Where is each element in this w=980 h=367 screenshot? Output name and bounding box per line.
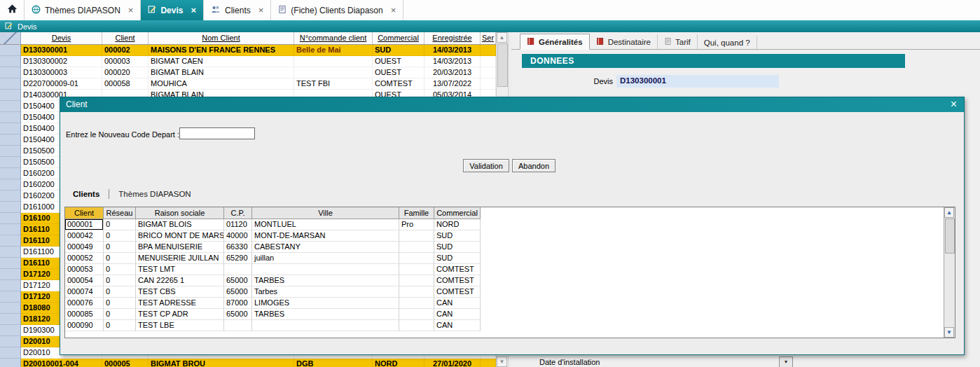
cell: 000002 bbox=[102, 45, 149, 56]
tab-devis[interactable]: Devis × bbox=[141, 0, 204, 20]
cell: COMTEST bbox=[434, 264, 481, 275]
tab-bar: Thèmes DIAPASON × Devis × Clients × (Fic… bbox=[0, 0, 980, 21]
column-header-commercial[interactable]: Commercial bbox=[373, 32, 425, 44]
cell: 000003 bbox=[102, 56, 149, 67]
cell: TARBES bbox=[252, 309, 399, 320]
cell: 0 bbox=[104, 286, 136, 298]
scrollbar-thumb[interactable] bbox=[945, 219, 955, 254]
tab-themes-diapason[interactable]: Thèmes DIAPASON × bbox=[25, 0, 141, 20]
cell bbox=[0, 78, 21, 90]
cell: D20010001-004 bbox=[21, 359, 102, 367]
scrollbar-thumb[interactable] bbox=[497, 43, 508, 87]
tab-generalites[interactable]: Généralités bbox=[520, 34, 590, 50]
cell: Belle de Mai bbox=[294, 45, 373, 56]
cell: MOUHICA bbox=[149, 78, 294, 90]
row-selector-header[interactable] bbox=[0, 32, 21, 44]
close-icon[interactable]: × bbox=[128, 6, 134, 15]
cell: 65000 bbox=[224, 309, 252, 320]
chevron-down-icon: ▼ bbox=[784, 359, 789, 364]
document-icon bbox=[664, 37, 672, 47]
cell bbox=[252, 320, 399, 331]
cell: D220700009-01 bbox=[21, 78, 102, 90]
cell bbox=[0, 202, 21, 213]
cell: D130300001 bbox=[21, 45, 102, 56]
close-icon[interactable]: × bbox=[258, 6, 264, 15]
column-header-cp[interactable]: C.P. bbox=[224, 207, 252, 219]
client-row[interactable]: 0000010BIGMAT BLOIS01120MONTLUELProNORD bbox=[65, 219, 955, 230]
cell bbox=[0, 45, 21, 56]
tab-fiche-clients-diapason[interactable]: (Fiche) Clients Diapason × bbox=[271, 0, 403, 20]
client-row[interactable]: 0000740TEST CBS65000TarbesCOMTEST bbox=[65, 286, 955, 298]
cell: TEST LMT bbox=[136, 264, 224, 275]
cell: NORD bbox=[434, 219, 481, 230]
client-row[interactable]: 0000760TEST ADRESSE87000LIMOGESCAN bbox=[65, 298, 955, 309]
column-header-ville[interactable]: Ville bbox=[252, 207, 399, 219]
devis-field-value[interactable]: D130300001 bbox=[616, 75, 779, 88]
client-row[interactable]: 0000530TEST LMTCOMTEST bbox=[65, 264, 955, 275]
column-header-commercial[interactable]: Commercial bbox=[434, 207, 481, 219]
column-header-client[interactable]: Client bbox=[102, 32, 149, 44]
dialog-title-bar[interactable]: Client × bbox=[60, 97, 964, 112]
cell bbox=[399, 230, 434, 242]
client-row[interactable]: 0000540CAN 22265 165000TARBESCOMTEST bbox=[65, 275, 955, 286]
scroll-down-button[interactable]: ▼ bbox=[497, 356, 507, 367]
cell: CABESTANY bbox=[252, 242, 399, 253]
column-header-commande-client[interactable]: N°commande client bbox=[294, 32, 373, 44]
date-dropdown-button[interactable]: ▼ bbox=[779, 356, 793, 367]
tab-clients[interactable]: Clients × bbox=[204, 0, 271, 20]
client-row[interactable]: 0000420BRICO MONT DE MARSA40000MONT-DE-M… bbox=[65, 230, 955, 242]
cell bbox=[399, 298, 434, 309]
devis-row[interactable]: D130300003000020BIGMAT BLAINOUEST20/03/2… bbox=[0, 67, 496, 78]
cell: MAISONS D'EN FRANCE RENNES bbox=[149, 45, 294, 56]
edit-icon bbox=[148, 5, 156, 15]
cell: 40000 bbox=[224, 230, 252, 242]
scroll-up-button[interactable]: ▲ bbox=[944, 207, 954, 218]
abandon-button[interactable]: Abandon bbox=[512, 159, 555, 172]
tab-clients-list[interactable]: Clients bbox=[70, 190, 102, 198]
scroll-down-button[interactable]: ▼ bbox=[944, 327, 954, 338]
devis-row[interactable]: D220700009-01000058MOUHICATEST FBICOMTES… bbox=[0, 78, 496, 90]
cell: 000090 bbox=[65, 320, 104, 331]
cell: juillan bbox=[252, 253, 399, 264]
cell bbox=[399, 275, 434, 286]
home-button[interactable] bbox=[0, 0, 25, 20]
client-row[interactable]: 0000490BPA MENUISERIE66330CABESTANYSUD bbox=[65, 242, 955, 253]
column-header-enregistree[interactable]: Enregistrée bbox=[425, 32, 481, 44]
client-row[interactable]: 0000850TEST CP ADR65000TARBESCAN bbox=[65, 309, 955, 320]
devis-row[interactable]: D20010001-004000005BIGMAT BROUDGBNORD27/… bbox=[0, 359, 496, 367]
new-code-label: Entrez le Nouveau Code Depart : bbox=[66, 130, 179, 139]
column-header-devis[interactable]: Devis bbox=[21, 32, 102, 44]
column-header-nom-client[interactable]: Nom Client bbox=[149, 32, 294, 44]
column-header-reseau[interactable]: Réseau bbox=[104, 207, 136, 219]
cell bbox=[399, 320, 434, 331]
close-icon[interactable]: × bbox=[951, 98, 957, 111]
detail-tab-label: Tarif bbox=[675, 38, 691, 46]
tab-destinataire[interactable]: Destinataire bbox=[590, 34, 658, 49]
tab-themes-diapason-list[interactable]: Thèmes DIAPASON bbox=[116, 190, 193, 198]
cell: 20/03/2013 bbox=[425, 67, 481, 78]
column-header-famille[interactable]: Famille bbox=[399, 207, 434, 219]
column-header-raison-sociale[interactable]: Raison sociale bbox=[136, 207, 224, 219]
cell: TEST CBS bbox=[136, 286, 224, 298]
cell: 000042 bbox=[65, 230, 104, 242]
new-code-input[interactable] bbox=[179, 127, 255, 139]
client-row[interactable]: 0000520MENUISERIE JUILLAN65290juillanSUD bbox=[65, 253, 955, 264]
column-header-ser[interactable]: Ser bbox=[481, 32, 496, 44]
dialog-vertical-scrollbar[interactable]: ▲ ▼ bbox=[944, 207, 955, 338]
cell: BIGMAT BROU bbox=[149, 359, 294, 367]
devis-row[interactable]: D130300001000002MAISONS D'EN FRANCE RENN… bbox=[0, 45, 496, 56]
column-header-client[interactable]: Client bbox=[65, 207, 104, 219]
tab-tarif[interactable]: Tarif bbox=[658, 34, 698, 49]
client-row[interactable]: 0000900TEST LBECAN bbox=[65, 320, 955, 331]
close-icon[interactable]: × bbox=[191, 6, 196, 15]
close-icon[interactable]: × bbox=[391, 6, 396, 15]
cell: DGB bbox=[294, 359, 373, 367]
scroll-up-button[interactable]: ▲ bbox=[497, 32, 507, 43]
cell: BRICO MONT DE MARSA bbox=[136, 230, 224, 242]
cell bbox=[0, 213, 21, 224]
tab-qui-quand[interactable]: Qui, quand ? bbox=[698, 36, 757, 49]
cell: 000074 bbox=[65, 286, 104, 298]
devis-row[interactable]: D130300002000003BIGMAT CAENOUEST14/03/20… bbox=[0, 56, 496, 67]
validation-button[interactable]: Validation bbox=[463, 159, 509, 172]
cell bbox=[0, 90, 21, 101]
